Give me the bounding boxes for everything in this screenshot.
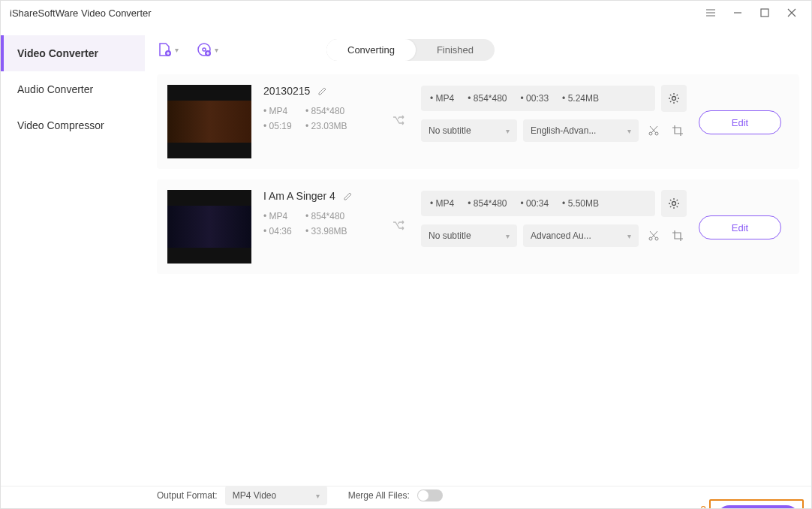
add-file-button[interactable]: ▾ xyxy=(157,42,179,57)
merge-toggle[interactable] xyxy=(417,489,443,501)
svg-point-7 xyxy=(655,132,658,135)
close-icon[interactable] xyxy=(778,1,805,25)
output-meta: MP4854*48000:345.50MB xyxy=(421,191,655,216)
svg-point-6 xyxy=(649,132,652,135)
cut-icon[interactable] xyxy=(645,125,663,137)
shuffle-icon[interactable] xyxy=(388,218,409,236)
menu-icon[interactable] xyxy=(697,1,724,25)
shuffle-icon[interactable] xyxy=(388,113,409,131)
rename-icon[interactable] xyxy=(343,191,353,201)
video-item: I Am A Singer 4 MP4854*480 04:3633.98MB … xyxy=(157,179,799,274)
sidebar-item-video-converter[interactable]: Video Converter xyxy=(1,35,145,71)
edit-button[interactable]: Edit xyxy=(699,110,781,134)
merge-label: Merge All Files: xyxy=(348,490,410,501)
crop-icon[interactable] xyxy=(669,125,687,137)
subtitle-select[interactable]: No subtitle▾ xyxy=(421,119,517,142)
output-meta: MP4854*48000:335.24MB xyxy=(421,86,655,111)
thumbnail[interactable] xyxy=(167,190,251,264)
svg-rect-0 xyxy=(761,9,768,17)
rename-icon[interactable] xyxy=(317,86,328,96)
source-meta: MP4854*480 04:3633.98MB xyxy=(263,211,376,241)
output-format-label: Output Format: xyxy=(157,490,218,501)
video-title: 20130215 xyxy=(263,85,310,97)
item-list: 20130215 MP4854*480 05:1923.03MB MP4854*… xyxy=(157,74,799,486)
chevron-down-icon: ▾ xyxy=(215,46,218,54)
source-meta: MP4854*480 05:1923.03MB xyxy=(263,106,376,136)
settings-button[interactable] xyxy=(661,190,687,217)
edit-button[interactable]: Edit xyxy=(699,215,781,239)
audio-select[interactable]: Advanced Au...▾ xyxy=(523,224,639,247)
subtitle-select[interactable]: No subtitle▾ xyxy=(421,224,517,247)
video-item: 20130215 MP4854*480 05:1923.03MB MP4854*… xyxy=(157,74,799,169)
titlebar: iShareSoftWare Video Converter xyxy=(1,1,811,25)
svg-point-3 xyxy=(203,48,206,51)
tab-converting[interactable]: Converting xyxy=(326,39,416,61)
crop-icon[interactable] xyxy=(669,230,687,242)
add-disc-button[interactable]: ▾ xyxy=(197,42,218,57)
tabs: Converting Finished xyxy=(326,39,495,61)
thumbnail[interactable] xyxy=(167,85,251,158)
convert-button[interactable]: Convert xyxy=(717,505,799,509)
sidebar-item-video-compressor[interactable]: Video Compressor xyxy=(1,107,145,143)
sidebar: Video Converter Audio Converter Video Co… xyxy=(1,25,145,486)
svg-point-10 xyxy=(655,237,658,240)
svg-point-5 xyxy=(672,97,676,101)
cut-icon[interactable] xyxy=(645,230,663,242)
app-title: iShareSoftWare Video Converter xyxy=(10,8,152,19)
sidebar-item-label: Video Converter xyxy=(17,47,98,59)
video-title: I Am A Singer 4 xyxy=(263,190,335,202)
footer: Output Format: MP4 Video▾ Merge All File… xyxy=(1,486,811,509)
callout-num-2: 2 xyxy=(700,504,706,509)
tab-finished[interactable]: Finished xyxy=(416,39,495,61)
maximize-icon[interactable] xyxy=(751,1,778,25)
minimize-icon[interactable] xyxy=(724,1,751,25)
sidebar-item-label: Video Compressor xyxy=(17,119,104,131)
audio-select[interactable]: English-Advan...▾ xyxy=(523,119,639,142)
svg-point-9 xyxy=(649,237,652,240)
settings-button[interactable] xyxy=(661,85,687,112)
svg-point-8 xyxy=(672,202,676,206)
sidebar-item-label: Audio Converter xyxy=(17,83,93,95)
toolbar: ▾ ▾ Converting Finished xyxy=(157,34,799,65)
chevron-down-icon: ▾ xyxy=(175,46,179,54)
output-format-select[interactable]: MP4 Video▾ xyxy=(225,486,327,505)
sidebar-item-audio-converter[interactable]: Audio Converter xyxy=(1,71,145,107)
